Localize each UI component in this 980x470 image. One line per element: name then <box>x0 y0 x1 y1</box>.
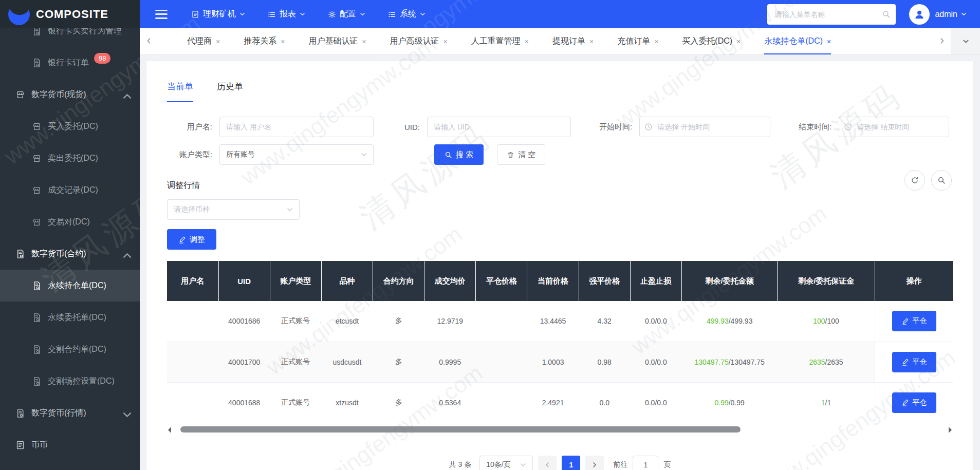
hamburger-icon[interactable] <box>155 10 168 19</box>
chevron-down-icon <box>239 11 245 17</box>
sidebar-item-bankcard-orders[interactable]: 银行卡订单98 <box>0 47 140 79</box>
tab-basic-kyc[interactable]: 用户基础认证× <box>308 28 366 54</box>
next-page-button[interactable] <box>585 456 604 470</box>
username-input[interactable] <box>219 117 374 137</box>
goto-page-input[interactable] <box>633 456 658 470</box>
close-icon[interactable]: × <box>736 37 741 46</box>
close-icon[interactable]: × <box>443 37 448 46</box>
current-page-button[interactable]: 1 <box>562 456 580 470</box>
sidebar-item-trade-pairs[interactable]: 交易对(DC) <box>0 206 140 238</box>
table-header-row: 用户名 UID 账户类型 品种 合约方向 成交均价 平仓价格 当前价格 强平价格… <box>167 261 953 301</box>
nav-menu-config[interactable]: 配置 <box>328 9 365 20</box>
chevron-up-icon <box>122 91 128 98</box>
clock-icon <box>644 123 653 131</box>
chevron-left-icon <box>145 37 152 44</box>
prev-page-button[interactable] <box>538 456 557 470</box>
close-icon[interactable]: × <box>281 37 285 46</box>
nav-menu-system[interactable]: 系统 <box>388 9 426 20</box>
uid-input[interactable] <box>427 117 571 137</box>
coin-select[interactable]: 请选择币种 <box>167 199 300 220</box>
account-type-select[interactable]: 所有账号 <box>219 144 374 165</box>
scroll-left-arrow-icon[interactable] <box>168 427 171 433</box>
scrollbar-thumb[interactable] <box>180 426 741 433</box>
start-time-picker[interactable] <box>639 117 770 137</box>
adjust-button[interactable]: 调整 <box>167 229 216 250</box>
close-position-button[interactable]: 平仓 <box>892 392 936 413</box>
close-position-button[interactable]: 平仓 <box>892 311 936 331</box>
account-type-label: 账户类型: <box>167 150 212 160</box>
store-icon <box>32 122 42 131</box>
tab-withdrawals[interactable]: 提现订单× <box>552 28 594 54</box>
close-icon[interactable]: × <box>654 37 658 46</box>
file-gear-icon <box>32 377 42 386</box>
end-time-input[interactable] <box>839 117 949 137</box>
col-close-price: 平仓价格 <box>476 261 527 301</box>
tab-manual-reset[interactable]: 人工重置管理× <box>471 28 529 54</box>
close-icon[interactable]: × <box>216 37 220 46</box>
file-gear-icon <box>32 281 42 291</box>
adjust-market-title: 调整行情 <box>167 180 953 191</box>
tabs-dropdown-button[interactable] <box>951 28 980 54</box>
chevron-down-icon <box>287 206 293 213</box>
pen-icon <box>901 358 909 366</box>
app-logo: COMPOSITE <box>0 0 140 28</box>
nav-menu-reports[interactable]: 报表 <box>268 9 305 20</box>
start-time-input[interactable] <box>639 117 770 137</box>
sidebar-group-digital-market[interactable]: 数字货币(行情) <box>0 397 140 429</box>
user-menu[interactable]: admin <box>935 10 967 19</box>
chevron-right-icon <box>591 462 598 468</box>
sidebar: COMPOSITE 银行卡买卖行为管理 银行卡订单98 数字货币(现货) 买入委… <box>0 0 140 470</box>
uid-label: UID: <box>404 123 420 131</box>
sidebar-group-digital-contract[interactable]: 数字货币(合约) <box>0 238 140 270</box>
table-row: 40001688 正式账号 xtzusdt 多 0.5364 2.4921 0.… <box>167 382 953 423</box>
refresh-button[interactable] <box>904 170 925 191</box>
close-icon[interactable]: × <box>827 37 831 46</box>
sidebar-item-perpetual-orders[interactable]: 永续委托单(DC) <box>0 302 140 333</box>
total-count: 共 3 条 <box>449 460 472 469</box>
chevron-down-icon <box>961 11 967 17</box>
search-button[interactable]: 搜 索 <box>434 144 484 165</box>
tab-referrals[interactable]: 推荐关系× <box>244 28 285 54</box>
page-size-select[interactable]: 10条/页 <box>479 456 533 470</box>
tabs-scroll-left-button[interactable] <box>140 37 157 46</box>
close-icon[interactable]: × <box>362 37 366 46</box>
chevron-right-icon <box>939 37 946 44</box>
col-stop: 止盈止损 <box>630 261 681 301</box>
close-icon[interactable]: × <box>525 37 529 46</box>
zoom-search-button[interactable] <box>931 170 952 191</box>
tab-buy-orders-dc[interactable]: 买入委托(DC)× <box>682 28 741 54</box>
sidebar-group-coin-coin[interactable]: 币币 <box>0 429 140 461</box>
sidebar-item-delivery-control[interactable]: 交割场控设置(DC) <box>0 365 140 397</box>
end-time-picker[interactable] <box>839 117 949 137</box>
sidebar-item-delivery-contracts[interactable]: 交割合约单(DC) <box>0 333 140 365</box>
col-margin: 剩余/委托保证金 <box>778 261 875 301</box>
avatar[interactable] <box>909 4 930 25</box>
store-icon <box>32 217 42 227</box>
tab-deposits[interactable]: 充值订单× <box>617 28 658 54</box>
start-time-label: 开始时间: <box>599 122 632 132</box>
col-username: 用户名 <box>167 261 218 301</box>
close-position-button[interactable]: 平仓 <box>892 352 936 372</box>
doc-icon <box>191 10 199 18</box>
account-type-value: 所有账号 <box>226 150 255 159</box>
menu-search-input[interactable] <box>767 4 896 25</box>
sidebar-group-digital-spot[interactable]: 数字货币(现货) <box>0 79 140 110</box>
sidebar-menu: 银行卡买卖行为管理 银行卡订单98 数字货币(现货) 买入委托(DC) 卖出委托… <box>0 15 140 461</box>
chevron-left-icon <box>544 462 550 468</box>
tab-history-orders[interactable]: 历史单 <box>217 81 243 102</box>
sidebar-item-perpetual-positions[interactable]: 永续持仓单(DC) <box>0 270 140 302</box>
tab-current-orders[interactable]: 当前单 <box>167 81 193 102</box>
scroll-right-arrow-icon[interactable] <box>949 427 952 433</box>
sidebar-item-trade-records[interactable]: 成交记录(DC) <box>0 174 140 206</box>
clear-button[interactable]: 清 空 <box>497 144 545 165</box>
sidebar-item-sell-orders[interactable]: 卖出委托(DC) <box>0 142 140 174</box>
tabs-scroll-right-button[interactable] <box>933 37 951 46</box>
tab-perpetual-positions-dc[interactable]: 永续持仓单(DC)× <box>764 28 831 54</box>
tab-agents[interactable]: 代理商× <box>187 28 220 54</box>
nav-menu-mining[interactable]: 理财矿机 <box>191 9 245 20</box>
pen-icon <box>901 317 909 325</box>
tab-advanced-kyc[interactable]: 用户高级认证× <box>390 28 448 54</box>
close-icon[interactable]: × <box>589 37 594 46</box>
sidebar-item-buy-orders[interactable]: 买入委托(DC) <box>0 110 140 142</box>
chevron-down-icon <box>360 11 365 17</box>
